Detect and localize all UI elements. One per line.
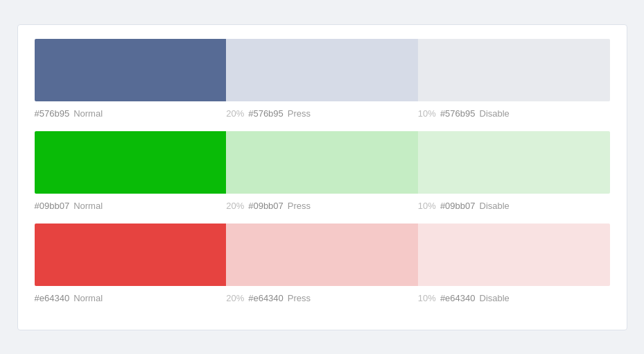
state-disable-blue: Disable: [480, 108, 510, 119]
label-normal-red: #e64340 Normal: [35, 293, 227, 303]
state-press-red: Press: [288, 293, 311, 303]
color-row-blue: #576b95 Normal 20% #576b95 Press 10% #57…: [35, 39, 610, 119]
color-palette-container: #576b95 Normal 20% #576b95 Press 10% #57…: [17, 24, 627, 330]
state-normal-blue: Normal: [73, 108, 103, 119]
hex-normal-blue: #576b95: [35, 108, 70, 119]
hex-press-green: #09bb07: [248, 201, 284, 211]
state-normal-red: Normal: [73, 293, 103, 303]
hex-disable-green: #09bb07: [440, 201, 476, 211]
swatch-normal-blue: [35, 39, 227, 101]
state-press-green: Press: [288, 201, 311, 211]
swatch-press-blue: [226, 39, 418, 101]
label-disable-red: 10% #e64340 Disable: [418, 293, 610, 303]
hex-normal-green: #09bb07: [35, 201, 70, 211]
hex-normal-red: #e64340: [35, 293, 70, 303]
hex-press-red: #e64340: [248, 293, 284, 303]
swatches-red: [35, 224, 610, 286]
state-disable-red: Disable: [480, 293, 510, 303]
labels-red: #e64340 Normal 20% #e64340 Press 10% #e6…: [35, 293, 610, 303]
labels-green: #09bb07 Normal 20% #09bb07 Press 10% #09…: [35, 201, 610, 211]
label-normal-blue: #576b95 Normal: [35, 108, 227, 119]
swatch-press-green: [226, 131, 418, 194]
swatches-blue: [35, 39, 610, 101]
pct-disable-red: 10%: [418, 293, 436, 303]
color-row-green: #09bb07 Normal 20% #09bb07 Press 10% #09…: [35, 131, 610, 211]
swatch-disable-blue: [418, 39, 610, 101]
pct-disable-blue: 10%: [418, 108, 436, 119]
swatches-green: [35, 131, 610, 194]
pct-disable-green: 10%: [418, 201, 436, 211]
swatch-press-red: [226, 224, 418, 286]
label-press-green: 20% #09bb07 Press: [226, 201, 418, 211]
swatch-disable-green: [418, 131, 610, 194]
label-normal-green: #09bb07 Normal: [35, 201, 227, 211]
hex-disable-red: #e64340: [440, 293, 476, 303]
label-press-blue: 20% #576b95 Press: [226, 108, 418, 119]
label-disable-blue: 10% #576b95 Disable: [418, 108, 610, 119]
pct-press-green: 20%: [226, 201, 244, 211]
state-press-blue: Press: [288, 108, 311, 119]
hex-disable-blue: #576b95: [440, 108, 476, 119]
swatch-normal-red: [35, 224, 227, 286]
swatch-normal-green: [35, 131, 227, 194]
pct-press-blue: 20%: [226, 108, 244, 119]
state-disable-green: Disable: [480, 201, 510, 211]
label-press-red: 20% #e64340 Press: [226, 293, 418, 303]
color-row-red: #e64340 Normal 20% #e64340 Press 10% #e6…: [35, 224, 610, 303]
hex-press-blue: #576b95: [248, 108, 284, 119]
labels-blue: #576b95 Normal 20% #576b95 Press 10% #57…: [35, 108, 610, 119]
label-disable-green: 10% #09bb07 Disable: [418, 201, 610, 211]
pct-press-red: 20%: [226, 293, 244, 303]
swatch-disable-red: [418, 224, 610, 286]
state-normal-green: Normal: [73, 201, 103, 211]
